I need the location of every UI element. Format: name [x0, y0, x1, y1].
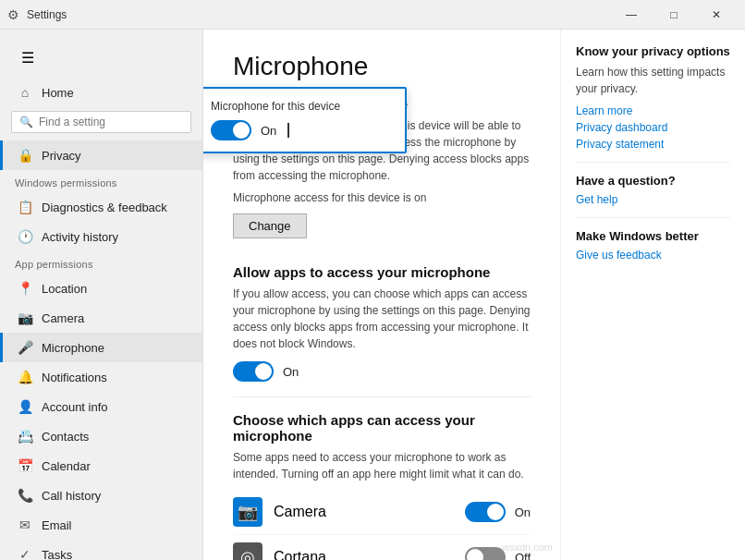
app-item-camera-left: 📷 Camera — [233, 497, 326, 527]
location-label: Location — [42, 282, 87, 296]
sidebar-item-location[interactable]: 📍 Location — [0, 274, 202, 303]
allow-toggle[interactable] — [233, 361, 274, 382]
main-content: Microphone for this device On Microphone… — [203, 30, 560, 560]
camera-app-name: Camera — [274, 504, 326, 520]
popup-toggle[interactable] — [211, 120, 251, 140]
cortana-toggle[interactable] — [465, 547, 506, 560]
device-status-text: Microphone access for this device is on — [233, 191, 531, 204]
sidebar-item-tasks[interactable]: ✓ Tasks — [0, 540, 202, 560]
notifications-icon: 🔔 — [18, 370, 32, 384]
title-bar-controls: — □ ✕ — [610, 0, 738, 30]
app-item-cortana: ◎ Cortana Off — [233, 535, 531, 560]
settings-icon: ⚙ — [7, 7, 19, 22]
privacy-options-text: Learn how this setting impacts your priv… — [576, 64, 730, 97]
privacy-statement-link[interactable]: Privacy statement — [576, 138, 730, 151]
back-button[interactable]: ☰ — [15, 44, 41, 70]
right-panel: Know your privacy options Learn how this… — [560, 30, 745, 560]
diagnostics-icon: 📋 — [18, 200, 32, 214]
watermark: wsxdn.com — [502, 542, 553, 553]
privacy-options-title: Know your privacy options — [576, 44, 730, 58]
privacy-dashboard-link[interactable]: Privacy dashboard — [576, 121, 730, 134]
account-icon: 👤 — [18, 399, 32, 414]
microphone-icon: 🎤 — [18, 340, 32, 355]
camera-toggle[interactable] — [465, 502, 506, 522]
device-popup: Microphone for this device On — [203, 87, 407, 153]
camera-label: Camera — [42, 311, 84, 325]
popup-toggle-row: On — [211, 120, 390, 140]
popup-title: Microphone for this device — [211, 100, 390, 113]
windows-better-title: Make Windows better — [576, 229, 730, 243]
back-icon: ☰ — [21, 49, 34, 67]
minimize-button[interactable]: — — [610, 0, 653, 30]
account-label: Account info — [42, 400, 108, 414]
camera-app-icon: 📷 — [233, 497, 263, 527]
title-bar-left: ⚙ Settings — [7, 7, 67, 22]
microphone-label: Microphone — [42, 341, 104, 355]
learn-more-link[interactable]: Learn more — [576, 104, 730, 117]
call-history-icon: 📞 — [18, 488, 32, 503]
camera-toggle-label: On — [515, 505, 531, 519]
camera-toggle-row: On — [465, 502, 531, 522]
sidebar-item-email[interactable]: ✉ Email — [0, 510, 202, 540]
right-divider-1 — [576, 162, 730, 163]
sidebar-item-privacy[interactable]: 🔒 Privacy — [0, 140, 202, 170]
search-icon: 🔍 — [19, 116, 33, 128]
tasks-icon: ✓ — [18, 547, 32, 560]
search-box[interactable]: 🔍 — [11, 111, 191, 133]
sidebar-item-notifications[interactable]: 🔔 Notifications — [0, 362, 202, 392]
sidebar-item-camera[interactable]: 📷 Camera — [0, 303, 202, 333]
allow-section-desc: If you allow access, you can choose whic… — [233, 286, 531, 352]
section-divider — [233, 396, 531, 397]
calendar-icon: 📅 — [18, 458, 32, 473]
notifications-label: Notifications — [42, 371, 107, 384]
search-input[interactable] — [39, 116, 183, 128]
call-history-label: Call history — [42, 489, 101, 503]
cortana-app-icon: ◎ — [233, 542, 263, 560]
privacy-label: Privacy — [42, 149, 81, 163]
home-icon: ⌂ — [18, 85, 32, 100]
tasks-label: Tasks — [42, 548, 72, 561]
page-title: Microphone — [233, 52, 531, 81]
sidebar-item-activity[interactable]: 🕐 Activity history — [0, 222, 202, 251]
diagnostics-label: Diagnostics & feedback — [42, 201, 167, 214]
camera-icon: 📷 — [18, 310, 32, 325]
sidebar: ☰ ⌂ Home 🔍 🔒 Privacy Windows permissions… — [0, 30, 203, 560]
app-body: ☰ ⌂ Home 🔍 🔒 Privacy Windows permissions… — [0, 30, 745, 560]
allow-toggle-label: On — [283, 365, 299, 379]
app-item-cortana-left: ◎ Cortana — [233, 542, 326, 560]
right-divider-2 — [576, 217, 730, 218]
sidebar-header: ☰ — [0, 30, 202, 78]
question-title: Have a question? — [576, 174, 730, 188]
calendar-label: Calendar — [42, 459, 91, 473]
allow-section-title: Allow apps to access your microphone — [233, 264, 531, 280]
allow-toggle-row: On — [233, 361, 531, 382]
close-button[interactable]: ✕ — [695, 0, 738, 30]
sidebar-item-contacts[interactable]: 📇 Contacts — [0, 421, 202, 451]
activity-label: Activity history — [42, 230, 118, 244]
sidebar-home-label: Home — [42, 86, 74, 100]
email-icon: ✉ — [18, 517, 32, 532]
choose-section-title: Choose which apps can access your microp… — [233, 412, 531, 444]
cortana-app-name: Cortana — [274, 549, 326, 560]
change-button[interactable]: Change — [233, 213, 307, 238]
sidebar-item-diagnostics[interactable]: 📋 Diagnostics & feedback — [0, 192, 202, 222]
popup-toggle-label: On — [261, 124, 276, 138]
contacts-icon: 📇 — [18, 429, 32, 444]
sidebar-item-account-info[interactable]: 👤 Account info — [0, 392, 202, 421]
get-help-link[interactable]: Get help — [576, 193, 730, 206]
windows-permissions-label: Windows permissions — [0, 170, 202, 192]
privacy-icon: 🔒 — [18, 148, 32, 163]
sidebar-item-call-history[interactable]: 📞 Call history — [0, 481, 202, 510]
maximize-button[interactable]: □ — [653, 0, 695, 30]
give-feedback-link[interactable]: Give us feedback — [576, 249, 730, 262]
sidebar-item-home[interactable]: ⌂ Home — [0, 78, 202, 107]
title-bar: ⚙ Settings — □ ✕ — [0, 0, 745, 30]
location-icon: 📍 — [18, 281, 32, 296]
sidebar-item-calendar[interactable]: 📅 Calendar — [0, 451, 202, 481]
cursor — [287, 123, 289, 138]
contacts-label: Contacts — [42, 430, 89, 444]
choose-section-desc: Some apps need to access your microphone… — [233, 449, 531, 482]
app-item-camera: 📷 Camera On — [233, 490, 531, 535]
sidebar-item-microphone[interactable]: 🎤 Microphone — [0, 333, 202, 362]
app-permissions-label: App permissions — [0, 251, 202, 274]
